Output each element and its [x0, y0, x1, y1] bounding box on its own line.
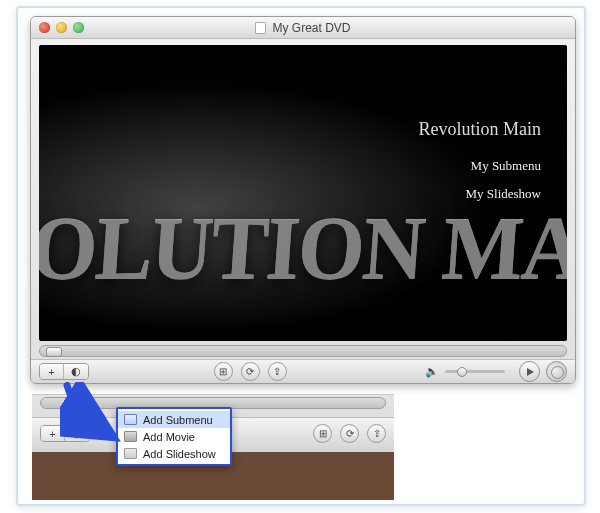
bottom-toolbar: + ◐ ⊞ ⟳ ⇪ 🔈 [31, 359, 575, 383]
speaker-icon: 🔈 [425, 365, 439, 378]
burn-button[interactable] [546, 361, 567, 382]
popup-item-add-movie[interactable]: Add Movie [118, 428, 230, 445]
play-button[interactable] [519, 361, 540, 382]
dvd-menu-item-submenu[interactable]: My Submenu [419, 158, 542, 174]
share-button[interactable]: ⇪ [268, 362, 287, 381]
map-button[interactable]: ⊞ [214, 362, 233, 381]
submenu-icon [124, 414, 137, 425]
info-button-crop[interactable]: ◐ [65, 426, 89, 441]
popup-item-label: Add Submenu [143, 414, 213, 426]
movie-icon [124, 431, 137, 442]
popup-item-add-slideshow[interactable]: Add Slideshow [118, 445, 230, 462]
dvd-menu: Revolution Main My Submenu My Slideshow [419, 119, 542, 214]
add-button-crop[interactable]: + [41, 426, 65, 441]
add-button[interactable]: + [40, 364, 64, 379]
motion-button-crop[interactable]: ⟳ [340, 424, 359, 443]
center-button-group-crop: ⊞ ⟳ ⇪ [313, 424, 386, 443]
center-button-group: ⊞ ⟳ ⇪ [214, 362, 287, 381]
popup-item-add-submenu[interactable]: Add Submenu [118, 411, 230, 428]
popup-item-label: Add Movie [143, 431, 195, 443]
dvd-menu-title[interactable]: Revolution Main [419, 119, 542, 140]
left-button-group: + ◐ [39, 363, 89, 380]
window-title: My Great DVD [272, 21, 350, 35]
motion-button[interactable]: ⟳ [241, 362, 260, 381]
slideshow-icon [124, 448, 137, 459]
motion-slider[interactable] [39, 345, 567, 357]
volume-slider[interactable] [445, 370, 505, 373]
titlebar: My Great DVD [31, 17, 575, 39]
volume-control: 🔈 [425, 365, 505, 378]
info-button[interactable]: ◐ [64, 364, 88, 379]
left-button-group-crop: + ◐ [40, 425, 90, 442]
close-button[interactable] [39, 22, 50, 33]
dvd-preview[interactable]: /OLUTION MA Revolution Main My Submenu M… [39, 45, 567, 341]
window-controls [39, 22, 84, 33]
share-button-crop[interactable]: ⇪ [367, 424, 386, 443]
zoom-button[interactable] [73, 22, 84, 33]
map-button-crop[interactable]: ⊞ [313, 424, 332, 443]
theme-background: /OLUTION MA Revolution Main My Submenu M… [39, 45, 567, 341]
dvd-menu-item-slideshow[interactable]: My Slideshow [419, 186, 542, 202]
popup-item-label: Add Slideshow [143, 448, 216, 460]
detail-crop: + ◐ ⊞ ⟳ ⇪ Add Submenu Add Movie [32, 394, 394, 500]
screenshot-frame: My Great DVD /OLUTION MA Revolution Main… [16, 6, 586, 506]
idvd-window: My Great DVD /OLUTION MA Revolution Main… [30, 16, 576, 384]
document-icon [255, 22, 266, 34]
minimize-button[interactable] [56, 22, 67, 33]
add-popup-menu: Add Submenu Add Movie Add Slideshow [116, 407, 232, 466]
